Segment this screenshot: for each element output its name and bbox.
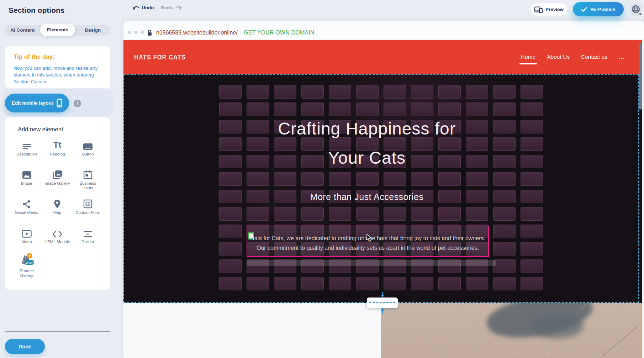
element-button[interactable]: Button (73, 137, 103, 162)
element-contact-form[interactable]: Contact Form (73, 196, 103, 220)
hero-tile (493, 172, 516, 186)
description-icon (22, 137, 31, 150)
html-module-icon (52, 225, 62, 238)
hero-section[interactable]: Crafting Happiness for Your Cats More th… (123, 74, 642, 303)
hero-subheading[interactable]: More than Just Accessories (123, 192, 624, 202)
hero-tile (493, 259, 516, 273)
hero-tile (384, 172, 406, 186)
hero-tile (219, 277, 242, 290)
element-heading[interactable]: Tt Heading (42, 137, 73, 162)
element-image-gallery[interactable]: Image Gallery (42, 167, 73, 191)
republish-label: Re-Publish (590, 7, 616, 12)
element-business-hours[interactable]: Business Hours (73, 167, 103, 191)
hero-heading[interactable]: Crafting Happiness for Your Cats (123, 114, 624, 173)
hero-tile (247, 277, 269, 290)
undo-button[interactable]: Undo (132, 5, 154, 10)
edit-mobile-layout-label: Edit mobile layout (12, 100, 53, 106)
element-label: Divider (81, 239, 94, 244)
add-new-element-card: Add new element Description Tt Heading (5, 117, 110, 290)
get-your-own-domain-link[interactable]: GET YOUR OWN DOMAIN (244, 30, 315, 36)
republish-button[interactable]: Re-Publish (573, 2, 624, 16)
hero-tile (274, 277, 296, 290)
hero-tile (493, 242, 516, 256)
language-globe-button[interactable] (629, 2, 643, 16)
preview-label: Preview (545, 7, 564, 12)
hero-tile (411, 85, 433, 99)
preview-scrollbar-thumb[interactable] (639, 43, 642, 110)
preview-right-gutter (642, 40, 644, 358)
undo-label: Undo (142, 5, 154, 10)
tab-ai-content[interactable]: AI Content (5, 25, 40, 36)
page-title: Section options (9, 6, 65, 15)
section-options-sidebar: Section options AI Content Elements Desi… (0, 0, 116, 358)
section-resize-handle[interactable] (367, 298, 398, 308)
nav-more-menu[interactable]: ... (619, 54, 624, 61)
url-text[interactable]: n1566589.websitebuilder.online/ (156, 30, 238, 36)
hero-tile (219, 85, 242, 99)
hero-tile (384, 207, 406, 221)
button-icon (83, 137, 93, 150)
hero-tile (438, 85, 461, 99)
element-label: Business Hours (75, 181, 101, 190)
tab-elements[interactable]: Elements (40, 24, 75, 36)
element-product-gallery[interactable]: SHOP Product Gallery (11, 254, 42, 278)
element-image[interactable]: Image (11, 167, 42, 191)
window-dot (128, 31, 131, 34)
divider-icon (83, 225, 93, 238)
redo-icon (175, 5, 182, 10)
devices-icon (534, 6, 543, 13)
hero-tile (219, 225, 242, 238)
hero-tile (247, 172, 269, 186)
image-icon (22, 167, 31, 179)
hero-tile (356, 172, 379, 186)
add-element-title: Add new element (18, 126, 63, 133)
element-video[interactable]: Video (11, 225, 42, 249)
hero-tile (219, 259, 242, 273)
sidebar-tabs: AI Content Elements Design (5, 25, 110, 36)
product-gallery-icon: SHOP (19, 254, 34, 267)
hero-tile (466, 277, 488, 290)
phone-icon (57, 99, 62, 107)
info-icon[interactable]: i (74, 100, 81, 107)
resize-handle-dash (369, 302, 395, 303)
element-divider[interactable]: Divider (73, 225, 103, 249)
element-label: Heading (50, 152, 65, 157)
element-map[interactable]: Map (42, 196, 73, 220)
nav-home[interactable]: Home (521, 54, 535, 61)
heading-icon: Tt (53, 137, 62, 150)
tab-design[interactable]: Design (75, 25, 110, 36)
hero-tile (274, 207, 296, 221)
element-social-media[interactable]: Social Media (11, 196, 42, 220)
nav-contact-us[interactable]: Contact us (581, 54, 607, 61)
sidebar-divider (5, 331, 110, 332)
window-dot (134, 31, 138, 34)
nav-about-us[interactable]: About Us (547, 54, 570, 61)
hero-tile (493, 277, 516, 290)
hero-tile (438, 277, 461, 290)
edit-mobile-layout-button[interactable]: Edit mobile layout (5, 94, 69, 112)
site-header: HATS FOR CATS Home About Us Contact us .… (123, 40, 642, 74)
hero-tile (356, 207, 379, 221)
hero-tile (247, 85, 269, 99)
hero-tile (384, 277, 406, 290)
hero-tile (384, 85, 406, 99)
element-description[interactable]: Description (11, 137, 42, 162)
redo-button[interactable]: Redo (161, 5, 182, 10)
hero-tile (493, 207, 516, 221)
element-html-module[interactable]: HTML Module (42, 225, 73, 249)
hero-tile (521, 172, 543, 186)
selected-description-element[interactable]: Hats for Cats, we are dedicated to craft… (247, 226, 489, 257)
hero-description: Hats for Cats, we are dedicated to craft… (247, 233, 488, 253)
browser-chrome: n1566589.websitebuilder.online/ GET YOUR… (123, 21, 644, 40)
hero-tile (301, 207, 324, 221)
tip-body: Now you can add, move and resize any ele… (14, 65, 103, 85)
preview-button[interactable]: Preview (530, 3, 568, 16)
hero-tile (301, 277, 324, 290)
done-button[interactable]: Done (5, 339, 45, 354)
site-logo[interactable]: HATS FOR CATS (134, 53, 186, 61)
element-label: Image Gallery (44, 181, 70, 186)
hero-tile (411, 207, 433, 221)
tip-of-the-day-card: Tip of the day: Now you can add, move an… (5, 46, 110, 88)
hero-tile (356, 277, 379, 290)
window-dot (141, 31, 144, 34)
